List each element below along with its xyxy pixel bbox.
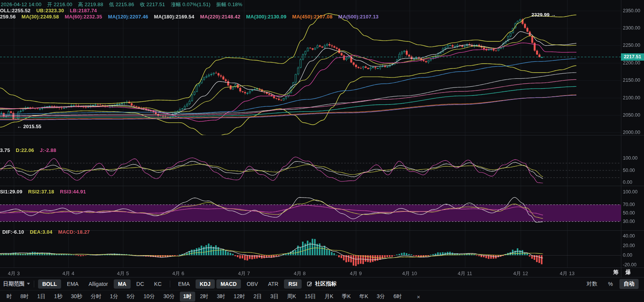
timeframe-button[interactable]: 15日: [301, 292, 320, 302]
date-label: 4月 7: [238, 270, 250, 277]
low-price-annotation: ← 2015.55: [17, 124, 41, 129]
indicator-toolbar: 日期范围 BOLLEMAAlligatorMADCKC EMAKDJMACDOB…: [0, 277, 644, 290]
rsi-tick-label: 70.00: [623, 202, 644, 207]
date-range-label: 日期范围: [3, 281, 25, 287]
rsi-tick-label: 100.00: [623, 189, 644, 195]
timeframe-button[interactable]: 时: [3, 292, 15, 302]
indicator-button[interactable]: KDJ: [196, 279, 215, 289]
price-tick-label: 2350.00: [623, 8, 644, 13]
price-tick-label: 2200.00: [623, 60, 644, 66]
timeframe-toolbar: 时8时1日1秒30秒分时1分5分10分30分1时2时3时12时2日3日周K15日…: [0, 290, 644, 302]
timeframe-button[interactable]: 季K: [339, 292, 354, 302]
date-label: 4月 4: [62, 270, 74, 277]
price-tick-label: 2300.00: [623, 25, 644, 31]
timeframe-button[interactable]: 10分: [140, 292, 159, 302]
timeframe-button[interactable]: 分时: [87, 292, 105, 302]
toolbar-divider: [170, 281, 170, 287]
timeframe-button[interactable]: 月K: [321, 292, 337, 302]
timeframe-button[interactable]: 2日: [250, 292, 266, 302]
indicator-button[interactable]: KC: [150, 279, 166, 289]
price-tick-label: 2250.00: [623, 43, 644, 48]
main-indicator-group: BOLLEMAAlligatorMADCKC: [38, 279, 166, 289]
date-label: 4月 9: [350, 270, 362, 277]
kdj-tick-label: 50.00: [623, 168, 644, 173]
timeframe-button[interactable]: 2时: [197, 292, 212, 302]
indicator-button[interactable]: Alligator: [84, 279, 112, 289]
indicator-button[interactable]: RSI: [284, 279, 301, 289]
scale-options-group: 对数%自动: [583, 279, 639, 289]
last-price-badge: 2217.51: [621, 53, 644, 61]
timeframe-button[interactable]: 6时: [390, 292, 405, 302]
close-icon[interactable]: ×: [415, 293, 423, 301]
community-indicators-label: 社区指标: [315, 281, 337, 287]
macd-tick-label: 0.00: [623, 252, 644, 258]
date-label: 4月 11: [458, 270, 472, 277]
scale-option-button[interactable]: %: [604, 279, 617, 289]
timeframe-button[interactable]: 3日: [267, 292, 282, 302]
rsi-tick-label: 50.00: [623, 210, 644, 216]
indicator-button[interactable]: MACD: [216, 279, 241, 289]
indicator-button[interactable]: OBV: [242, 279, 262, 289]
timeframe-button[interactable]: 1日: [34, 292, 49, 302]
date-label: 4月 12: [513, 270, 528, 277]
date-range-control[interactable]: 日期范围: [3, 281, 30, 287]
chevron-down-icon: [27, 283, 30, 285]
price-tick-label: 2100.00: [623, 95, 644, 101]
price-tick-label: 2000.00: [623, 130, 644, 135]
price-chart-canvas[interactable]: [0, 0, 644, 277]
indicator-button[interactable]: EMA: [174, 279, 194, 289]
timeframe-button[interactable]: 1分: [106, 292, 122, 302]
price-tick-label: 2150.00: [623, 78, 644, 83]
date-label: 4月 6: [172, 270, 184, 277]
timeframe-button[interactable]: 3分: [373, 292, 388, 302]
date-label: 4月 3: [8, 270, 20, 277]
timeframe-button[interactable]: 1时: [180, 292, 195, 302]
toolbar-divider: [34, 281, 34, 287]
scale-option-button[interactable]: 自动: [619, 279, 639, 289]
chips-button[interactable]: 筹: [613, 269, 619, 276]
timeframe-button[interactable]: 8时: [17, 292, 32, 302]
date-label: 4月 10: [402, 270, 417, 277]
chart-area: 2026-04-12 14:00开 2216.00高 2219.88低 2215…: [0, 0, 644, 277]
indicator-button[interactable]: EMA: [63, 279, 83, 289]
date-label: 4月 5: [117, 270, 129, 277]
liquidation-button[interactable]: 爆: [626, 269, 631, 276]
timeframe-button[interactable]: 年K: [356, 292, 372, 302]
timeframe-button[interactable]: 12时: [230, 292, 249, 302]
indicator-button[interactable]: MA: [114, 279, 131, 289]
date-label: 4月 8: [294, 270, 305, 277]
sub-indicator-group: EMAKDJMACDOBVATRRSI: [174, 279, 302, 289]
high-price-annotation: 2329.99 →: [531, 12, 556, 18]
scale-option-button[interactable]: 对数: [583, 279, 602, 289]
timeframe-button[interactable]: 1秒: [51, 292, 66, 302]
indicator-button[interactable]: DC: [132, 279, 148, 289]
macd-tick-label: 40.00: [623, 233, 644, 239]
indicator-button[interactable]: ATR: [264, 279, 282, 289]
timeframe-group: 时8时1日1秒30秒分时1分5分10分30分1时2时3时12时2日3日周K15日…: [3, 292, 405, 302]
timeframe-button[interactable]: 30秒: [67, 292, 86, 302]
indicator-button[interactable]: BOLL: [38, 279, 61, 289]
kdj-tick-label: 100.00: [623, 155, 644, 161]
timeframe-button[interactable]: 3时: [213, 292, 229, 302]
timeframe-button[interactable]: 5分: [123, 292, 139, 302]
timeframe-button[interactable]: 30分: [160, 292, 178, 302]
community-indicators-button[interactable]: 社区指标: [307, 281, 337, 287]
date-label: 4月 13: [560, 270, 574, 277]
macd-tick-label: -20.00: [623, 262, 644, 267]
macd-tick-label: 20.00: [623, 243, 644, 248]
price-tick-label: 2050.00: [623, 112, 644, 118]
rsi-tick-label: 30.00: [623, 219, 644, 224]
timeframe-button[interactable]: 周K: [284, 292, 299, 302]
edit-icon: [307, 281, 312, 287]
kdj-tick-label: 0.00: [623, 180, 644, 185]
